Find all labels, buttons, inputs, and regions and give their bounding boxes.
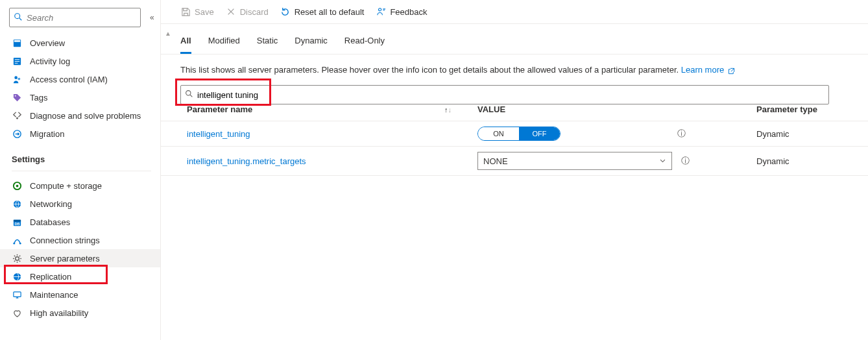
svg-point-37: [186, 91, 191, 95]
reset-button[interactable]: Reset all to default: [280, 6, 365, 17]
sidebar-item-label: Replication: [30, 272, 71, 282]
toggle-on[interactable]: ON: [478, 127, 519, 140]
connection-icon: [12, 235, 22, 245]
svg-line-38: [190, 95, 192, 97]
select-value: NONE: [483, 156, 508, 166]
svg-line-1: [19, 18, 22, 20]
sidebar-item-label: Connection strings: [30, 236, 100, 245]
sidebar-item-maintenance[interactable]: Maintenance: [0, 285, 160, 304]
feedback-label: Feedback: [390, 7, 427, 17]
search-icon: [14, 12, 23, 23]
main-content: Save Discard Reset all to default Feedba…: [161, 0, 868, 340]
sidebar-item-label: Migration: [30, 129, 64, 139]
sidebar-item-server-parameters[interactable]: Server parameters: [0, 249, 160, 267]
tab-dynamic[interactable]: Dynamic: [295, 36, 328, 54]
networking-icon: [12, 199, 22, 209]
reset-icon: [280, 6, 291, 17]
sidebar-item-label: Tags: [30, 93, 47, 103]
server-params-icon: [12, 253, 22, 263]
parameter-link[interactable]: intelligent_tuning: [187, 129, 250, 139]
databases-icon: DB: [12, 217, 22, 227]
activity-log-icon: [12, 56, 22, 66]
info-icon[interactable]: ⓘ: [677, 128, 686, 140]
tab-modified[interactable]: Modified: [208, 36, 240, 54]
svg-point-14: [16, 184, 18, 187]
sidebar-item-migration[interactable]: Migration: [0, 125, 160, 143]
tab-static[interactable]: Static: [257, 36, 278, 54]
search-icon: [185, 90, 193, 100]
svg-line-28: [14, 260, 14, 261]
sidebar-item-compute-storage[interactable]: Compute + storage: [0, 176, 160, 195]
feedback-icon: [376, 6, 386, 17]
sidebar-search[interactable]: [9, 8, 141, 27]
sidebar-item-access-control-iam-[interactable]: Access control (IAM): [0, 70, 160, 88]
save-label: Save: [195, 7, 214, 17]
select-intelligent_tuning.metric_targets[interactable]: NONE: [477, 152, 672, 170]
discard-button[interactable]: Discard: [226, 6, 269, 17]
tabs: AllModifiedStaticDynamicRead-Only: [161, 24, 868, 55]
sidebar-item-networking[interactable]: Networking: [0, 195, 160, 213]
parameter-filter-input[interactable]: [193, 90, 825, 100]
sidebar-item-activity-log[interactable]: Activity log: [0, 52, 160, 70]
diagnose-icon: [12, 110, 22, 121]
svg-rect-3: [14, 40, 19, 42]
sidebar-item-overview[interactable]: Overview: [0, 34, 160, 52]
learn-more-link[interactable]: Learn more: [681, 65, 735, 75]
toggle-off[interactable]: OFF: [519, 127, 560, 140]
svg-point-10: [14, 95, 16, 96]
parameter-filter[interactable]: [180, 85, 829, 104]
save-button[interactable]: Save: [180, 6, 214, 17]
toolbar: Save Discard Reset all to default Feedba…: [161, 0, 868, 24]
sidebar-item-replication[interactable]: Replication: [0, 267, 160, 285]
description-text: This list shows all server parameters. P…: [180, 65, 681, 75]
sidebar-item-label: Access control (IAM): [30, 75, 108, 84]
svg-text:DB: DB: [14, 222, 19, 226]
feedback-button[interactable]: Feedback: [376, 6, 427, 17]
sidebar-item-databases[interactable]: DBDatabases: [0, 213, 160, 231]
sidebar-item-label: Diagnose and solve problems: [30, 111, 141, 121]
tab-all[interactable]: All: [180, 36, 191, 54]
sidebar-item-tags[interactable]: Tags: [0, 88, 160, 106]
svg-point-9: [18, 77, 20, 80]
collapse-sidebar-icon[interactable]: «: [147, 10, 157, 25]
svg-rect-17: [13, 219, 20, 221]
sidebar-item-label: Maintenance: [30, 290, 78, 300]
sidebar-item-label: Activity log: [30, 56, 70, 66]
svg-line-27: [19, 260, 19, 261]
table-row: intelligent_tuningONOFFⓘDynamic: [161, 121, 868, 147]
discard-icon: [226, 6, 236, 17]
description: This list shows all server parameters. P…: [161, 55, 868, 85]
sidebar: « OverviewActivity logAccess control (IA…: [0, 0, 161, 340]
svg-point-0: [15, 13, 20, 18]
sidebar-item-label: Databases: [30, 217, 70, 227]
compute-icon: [12, 180, 22, 191]
sidebar-item-label: Compute + storage: [30, 181, 102, 191]
tags-icon: [12, 92, 22, 103]
tab-read-only[interactable]: Read-Only: [344, 36, 385, 54]
divider: [12, 171, 151, 171]
svg-line-26: [14, 255, 14, 256]
external-link-icon: [728, 66, 735, 74]
parameter-link[interactable]: intelligent_tuning.metric_targets: [187, 156, 306, 166]
svg-point-11: [16, 117, 18, 119]
col-value: VALUE: [477, 104, 756, 114]
table-row: intelligent_tuning.metric_targetsNONEⓘDy…: [161, 147, 868, 176]
iam-icon: [12, 74, 22, 84]
sidebar-item-high-availability[interactable]: High availability: [0, 304, 160, 322]
svg-point-36: [378, 8, 381, 10]
maintenance-icon: [12, 289, 22, 300]
col-parameter-name[interactable]: Parameter name ↑↓: [187, 104, 477, 114]
sidebar-item-connection-strings[interactable]: Connection strings: [0, 231, 160, 249]
sidebar-item-diagnose-and-solve-problems[interactable]: Diagnose and solve problems: [0, 106, 160, 125]
sidebar-search-input[interactable]: [23, 13, 136, 23]
migration-icon: [12, 128, 22, 139]
reset-label: Reset all to default: [295, 7, 365, 17]
toggle-intelligent_tuning[interactable]: ONOFF: [477, 127, 561, 141]
replication-icon: [12, 271, 22, 282]
parameter-type: Dynamic: [756, 156, 868, 166]
chevron-down-icon: [659, 156, 666, 166]
col-parameter-type: Parameter type: [756, 104, 868, 114]
sidebar-item-label: Networking: [30, 199, 72, 209]
sidebar-item-label: High availability: [30, 308, 88, 318]
info-icon[interactable]: ⓘ: [681, 155, 690, 167]
